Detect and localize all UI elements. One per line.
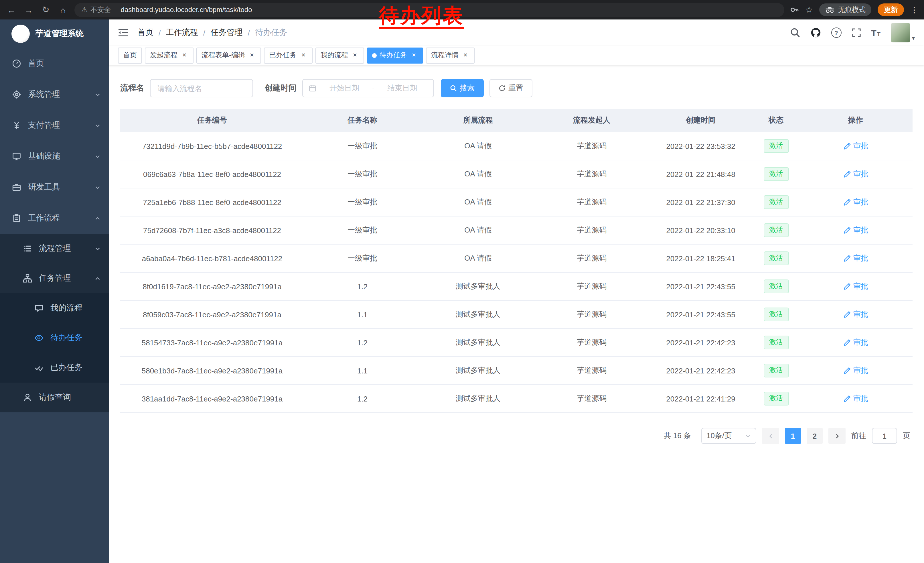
sidebar-item-devtools[interactable]: 研发工具 <box>0 172 109 203</box>
total-count: 共 16 条 <box>664 431 691 441</box>
close-icon[interactable]: × <box>351 51 359 59</box>
page-content: 流程名 创建时间 开始日期 - 结束日期 <box>109 65 924 444</box>
cell-starter: 芋道源码 <box>535 244 648 272</box>
sidebar-item-system[interactable]: 系统管理 <box>0 79 109 110</box>
sidebar-item-task-mgmt[interactable]: 任务管理 <box>0 263 109 293</box>
edit-icon <box>843 254 851 262</box>
start-date-placeholder: 开始日期 <box>319 83 370 93</box>
font-size-icon[interactable]: TT <box>871 29 880 37</box>
approve-link[interactable]: 审批 <box>843 337 868 347</box>
search-button[interactable]: 搜索 <box>441 79 484 98</box>
page-size-select[interactable]: 10条/页 <box>701 428 756 444</box>
chevron-down-icon <box>94 92 101 98</box>
prev-page-button[interactable] <box>762 428 779 444</box>
pagination: 共 16 条 10条/页 1 2 前往 页 <box>120 428 910 444</box>
close-icon[interactable]: × <box>248 51 256 59</box>
date-separator: - <box>372 84 375 93</box>
table-header-row: 任务编号 任务名称 所属流程 流程发起人 创建时间 状态 操作 <box>120 109 912 132</box>
browser-chrome: ← → ↻ ⌂ ⚠ 不安全 dashboard.yudao.iocoder.cn… <box>0 0 924 20</box>
cell-process: OA 请假 <box>421 160 535 188</box>
menu-fold-icon[interactable] <box>118 27 128 38</box>
close-icon[interactable]: × <box>410 51 418 59</box>
reset-button[interactable]: 重置 <box>489 79 532 98</box>
tab-home[interactable]: 首页 <box>118 47 142 63</box>
sidebar-item-process-mgmt[interactable]: 流程管理 <box>0 234 109 263</box>
breadcrumb-workflow[interactable]: 工作流程 <box>166 27 198 38</box>
cell-create-time: 2022-01-22 20:33:10 <box>648 216 753 244</box>
table-body: 73211d9d-7b9b-11ec-b5b7-acde48001122 一级审… <box>120 132 912 413</box>
breadcrumb-task-mgmt[interactable]: 任务管理 <box>211 27 243 38</box>
status-badge: 激活 <box>764 364 789 377</box>
chevron-up-icon <box>94 275 101 281</box>
app-title: 芋道管理系统 <box>36 29 84 39</box>
page-1-button[interactable]: 1 <box>785 428 801 444</box>
page-2-button[interactable]: 2 <box>807 428 823 444</box>
tab-my-process[interactable]: 我的流程 × <box>315 47 364 63</box>
sidebar-item-my-process[interactable]: 我的流程 <box>0 293 109 323</box>
cell-process: OA 请假 <box>421 132 535 160</box>
approve-link[interactable]: 审批 <box>843 253 868 263</box>
tab-process-detail[interactable]: 流程详情 × <box>426 47 475 63</box>
sidebar-item-infrastructure[interactable]: 基础设施 <box>0 141 109 172</box>
todo-task-table: 任务编号 任务名称 所属流程 流程发起人 创建时间 状态 操作 73211d9d… <box>120 109 912 413</box>
help-icon[interactable]: ? <box>831 27 841 38</box>
breadcrumb-home[interactable]: 首页 <box>137 27 153 38</box>
goto-page-input[interactable] <box>872 428 897 444</box>
sidebar-item-home[interactable]: 首页 <box>0 48 109 79</box>
close-icon[interactable]: × <box>180 51 188 59</box>
task-mgmt-submenu: 我的流程 待办任务 <box>0 293 109 383</box>
browser-home-icon[interactable]: ⌂ <box>57 5 69 15</box>
tab-form-edit[interactable]: 流程表单-编辑 × <box>196 47 261 63</box>
cell-process: 测试多审批人 <box>421 357 535 384</box>
sidebar-item-label: 基础设施 <box>28 151 60 162</box>
sidebar-item-payment[interactable]: 支付管理 <box>0 110 109 141</box>
status-badge: 激活 <box>764 167 789 181</box>
approve-link[interactable]: 审批 <box>843 225 868 235</box>
cell-status: 激活 <box>753 132 799 160</box>
next-page-button[interactable] <box>828 428 846 444</box>
browser-back-icon[interactable]: ← <box>6 5 17 15</box>
bookmark-star-icon[interactable]: ☆ <box>805 5 813 15</box>
browser-update-button[interactable]: 更新 <box>878 3 904 16</box>
address-bar[interactable]: ⚠ 不安全 dashboard.yudao.iocoder.cn/bpm/tas… <box>74 3 784 17</box>
approve-link[interactable]: 审批 <box>843 197 868 207</box>
search-icon[interactable] <box>790 27 800 38</box>
security-warning[interactable]: ⚠ 不安全 <box>81 5 111 15</box>
tab-todo-task[interactable]: 待办任务 × <box>367 47 423 63</box>
cell-starter: 芋道源码 <box>535 216 648 244</box>
approve-link[interactable]: 审批 <box>843 309 868 319</box>
cell-status: 激活 <box>753 357 799 384</box>
tab-done-task[interactable]: 已办任务 × <box>264 47 313 63</box>
password-key-icon[interactable] <box>790 5 799 14</box>
close-icon[interactable]: × <box>299 51 308 59</box>
github-icon[interactable] <box>810 27 820 38</box>
cell-task-id: 8f059c03-7ac8-11ec-a9e2-a2380e71991a <box>120 300 304 329</box>
date-range-picker[interactable]: 开始日期 - 结束日期 <box>302 79 434 98</box>
sidebar-item-workflow[interactable]: 工作流程 <box>0 203 109 234</box>
tab-start-process[interactable]: 发起流程 × <box>145 47 194 63</box>
approve-link[interactable]: 审批 <box>843 365 868 375</box>
approve-link[interactable]: 审批 <box>843 393 868 404</box>
approve-link[interactable]: 审批 <box>843 169 868 179</box>
cell-create-time: 2022-01-22 21:37:30 <box>648 188 753 216</box>
close-icon[interactable]: × <box>461 51 470 59</box>
edit-icon <box>843 338 851 346</box>
approve-link[interactable]: 审批 <box>843 141 868 151</box>
process-name-input[interactable] <box>150 79 253 98</box>
sidebar-item-label: 首页 <box>28 59 44 69</box>
browser-menu-icon[interactable]: ⋮ <box>910 5 918 14</box>
workflow-submenu: 流程管理 任务管理 <box>0 234 109 412</box>
avatar <box>891 23 910 42</box>
sidebar: 芋道管理系统 首页 系统管理 <box>0 20 109 563</box>
approve-link[interactable]: 审批 <box>843 281 868 291</box>
cell-create-time: 2022-01-21 22:42:23 <box>648 357 753 384</box>
user-menu[interactable]: ▾ <box>891 23 915 42</box>
browser-reload-icon[interactable]: ↻ <box>40 5 51 15</box>
sidebar-item-done-task[interactable]: 已办任务 <box>0 353 109 383</box>
sidebar-item-todo-task[interactable]: 待办任务 <box>0 323 109 353</box>
fullscreen-icon[interactable] <box>852 28 861 37</box>
sidebar-item-leave-query[interactable]: 请假查询 <box>0 383 109 412</box>
browser-forward-icon[interactable]: → <box>23 5 34 15</box>
warning-icon: ⚠ <box>81 6 88 14</box>
cell-process: OA 请假 <box>421 216 535 244</box>
